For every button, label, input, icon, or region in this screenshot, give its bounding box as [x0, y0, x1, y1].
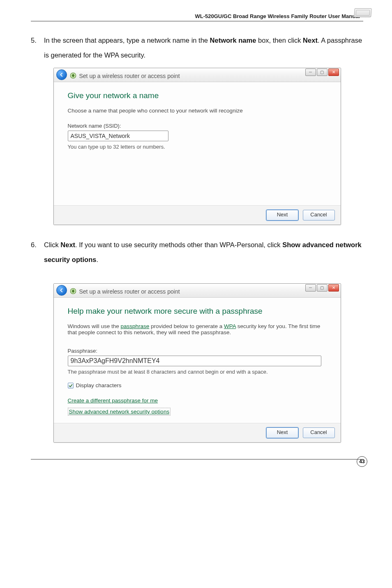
step-6: 6. Click Next. If you want to use securi… [31, 237, 363, 267]
bold: Next [303, 37, 318, 44]
arrow-left-icon [59, 287, 65, 293]
dialog-titlebar: Set up a wireless router or access point… [54, 284, 341, 298]
cancel-button[interactable]: Cancel [303, 427, 335, 438]
minimize-button[interactable]: ─ [305, 69, 316, 76]
page-number: 43 [357, 456, 367, 467]
dialog-titlebar: Set up a wireless router or access point… [54, 68, 341, 82]
passphrase-label: Passphrase: [68, 348, 327, 354]
text: In the screen that appears, type a netwo… [44, 37, 210, 44]
text: . [96, 256, 98, 263]
back-button[interactable] [56, 285, 67, 296]
create-different-passphrase-link[interactable]: Create a different passphrase for me [68, 397, 327, 404]
text: Click [44, 241, 60, 248]
passphrase-input[interactable]: 9h3AxP3AgFH9V2hnNMTEY4 [68, 356, 321, 366]
dialog-description: Windows will use the passphrase provided… [68, 323, 327, 335]
manual-title: WL-520GU/GC Broad Range Wireless Family … [195, 13, 360, 19]
network-name-input[interactable]: ASUS_VISTA_Network [68, 131, 168, 141]
wpa-link[interactable]: WPA [224, 323, 236, 329]
dialog-description: Choose a name that people who connect to… [68, 108, 327, 114]
dialog-footer: Next Cancel [54, 205, 341, 225]
close-button[interactable]: ✕ [328, 69, 339, 76]
text: . If you want to use security methods ot… [75, 241, 282, 248]
bold: Network name [210, 37, 256, 44]
next-button[interactable]: Next [266, 210, 298, 220]
passphrase-link[interactable]: passphrase [121, 323, 150, 329]
field-label: Network name (SSID): [68, 123, 327, 129]
step-text: Click Next. If you want to use security … [44, 237, 363, 267]
wizard-icon [69, 72, 77, 79]
step-number: 5. [31, 33, 44, 63]
dialog-passphrase: Set up a wireless router or access point… [53, 283, 341, 443]
display-characters-checkbox[interactable]: Display characters [68, 382, 327, 388]
dialog-heading: Give your network a name [68, 91, 327, 100]
step-text: In the screen that appears, type a netwo… [44, 33, 363, 63]
back-button[interactable] [56, 69, 67, 80]
wizard-icon [69, 287, 77, 295]
text: Windows will use the [68, 323, 121, 329]
close-button[interactable]: ✕ [328, 284, 339, 292]
passphrase-hint: The passphrase must be at least 8 charac… [68, 369, 327, 375]
dialog-title: Set up a wireless router or access point [79, 73, 180, 81]
minimize-button[interactable]: ─ [305, 284, 316, 292]
dialog-give-network-name: Set up a wireless router or access point… [53, 68, 341, 225]
text: box, then click [256, 37, 303, 44]
bold: Next [60, 241, 75, 248]
footer-rule [31, 459, 363, 459]
dialog-footer: Next Cancel [54, 423, 341, 442]
next-button[interactable]: Next [266, 427, 298, 438]
show-advanced-options-link[interactable]: Show advanced network security options [68, 408, 171, 416]
page-header: WL-520GU/GC Broad Range Wireless Family … [31, 12, 363, 21]
field-hint: You can type up to 32 letters or numbers… [68, 144, 327, 150]
arrow-left-icon [59, 72, 65, 78]
checkbox-label: Display characters [76, 382, 122, 388]
header-decoration [354, 8, 372, 17]
dialog-heading: Help make your network more secure with … [68, 307, 327, 316]
step-5: 5. In the screen that appears, type a ne… [31, 33, 363, 63]
text: provided below to generate a [149, 323, 224, 329]
cancel-button[interactable]: Cancel [303, 210, 335, 220]
step-number: 6. [31, 237, 44, 267]
dialog-title: Set up a wireless router or access point [79, 288, 180, 296]
maximize-button[interactable]: ▢ [317, 69, 327, 76]
checkbox-icon [68, 383, 74, 388]
maximize-button[interactable]: ▢ [317, 284, 327, 292]
